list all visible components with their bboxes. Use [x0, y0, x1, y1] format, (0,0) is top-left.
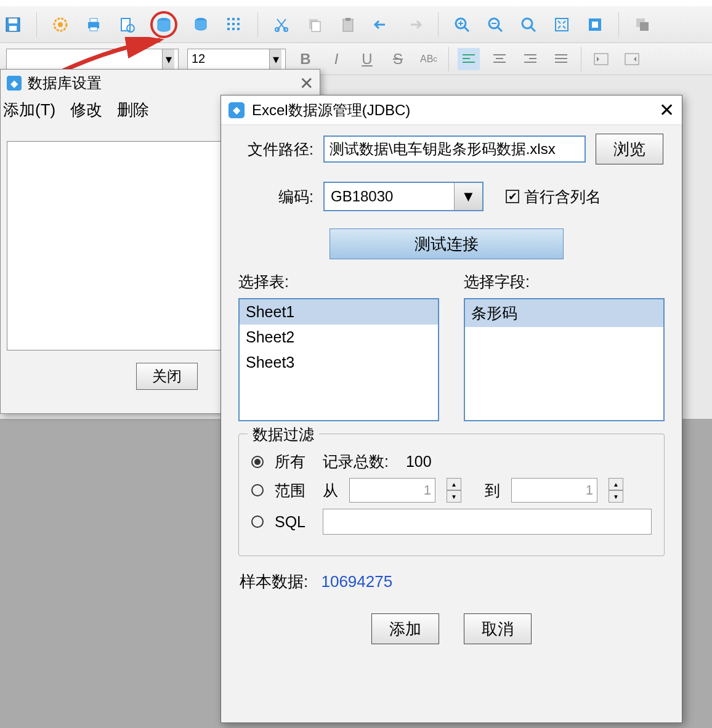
svg-rect-16: [232, 23, 235, 25]
chevron-down-icon[interactable]: ▾: [162, 49, 174, 69]
range-from-input[interactable]: [349, 478, 435, 503]
list-item[interactable]: 条形码: [465, 299, 663, 327]
redo-icon[interactable]: [405, 15, 424, 34]
close-icon[interactable]: ✕: [299, 73, 314, 94]
tables-listbox[interactable]: Sheet1 Sheet2 Sheet3: [238, 298, 439, 421]
indent-right-icon[interactable]: [621, 48, 643, 70]
print-icon[interactable]: [84, 15, 103, 34]
paste-icon[interactable]: [338, 15, 358, 34]
grid-icon[interactable]: [224, 15, 244, 34]
font-size-combo[interactable]: 12▾: [187, 49, 286, 70]
svg-rect-12: [227, 18, 230, 20]
range-to-input[interactable]: [511, 478, 597, 503]
spinner[interactable]: ▲▼: [447, 478, 461, 503]
close-icon[interactable]: ✕: [659, 99, 674, 121]
delete-menu-item[interactable]: 删除: [117, 99, 149, 121]
save-icon[interactable]: [3, 15, 23, 34]
superscript-icon[interactable]: ABc: [418, 48, 440, 70]
underline-icon[interactable]: U: [356, 48, 378, 70]
svg-point-34: [522, 18, 532, 28]
svg-point-4: [58, 22, 63, 27]
svg-rect-7: [90, 27, 97, 31]
cut-icon[interactable]: [272, 15, 291, 34]
svg-rect-38: [592, 22, 598, 28]
svg-rect-13: [232, 18, 235, 20]
sample-data-label: 样本数据:: [240, 572, 308, 591]
main-toolbar: [0, 6, 712, 43]
gear-icon[interactable]: [51, 15, 70, 34]
svg-rect-40: [640, 22, 649, 31]
zoom-in-icon[interactable]: [452, 15, 472, 34]
svg-rect-26: [346, 18, 350, 21]
fit-icon[interactable]: [552, 15, 572, 34]
svg-line-32: [498, 27, 502, 31]
cancel-button[interactable]: 取消: [464, 613, 532, 644]
database-icon[interactable]: [150, 11, 177, 38]
undo-icon[interactable]: [371, 15, 391, 34]
layers-icon[interactable]: [633, 15, 652, 34]
fieldset-legend: 数据过滤: [248, 424, 319, 445]
preview-icon[interactable]: [117, 15, 137, 34]
filter-sql-radio[interactable]: [251, 516, 264, 528]
align-right-icon[interactable]: [519, 48, 541, 70]
zoom-icon[interactable]: [519, 15, 538, 34]
spinner[interactable]: ▲▼: [609, 478, 623, 503]
file-path-label: 文件路径:: [240, 139, 314, 160]
browse-button[interactable]: 浏览: [596, 134, 663, 164]
dialog-title: 数据库设置: [28, 73, 102, 93]
copy-icon[interactable]: [305, 15, 325, 34]
file-path-input[interactable]: [323, 135, 586, 163]
menu-bar: [0, 0, 712, 6]
fields-listbox[interactable]: 条形码: [464, 298, 665, 421]
filter-range-radio[interactable]: [251, 484, 264, 496]
sql-input[interactable]: [323, 509, 652, 535]
svg-rect-17: [237, 23, 240, 25]
encoding-value: GB18030: [325, 188, 454, 205]
record-count-value: 100: [406, 453, 432, 471]
sample-data-value: 10694275: [321, 572, 392, 591]
svg-rect-1: [9, 18, 17, 23]
svg-rect-6: [90, 18, 97, 22]
add-menu-item[interactable]: 添加(T): [3, 99, 55, 121]
list-item[interactable]: Sheet3: [240, 350, 438, 375]
zoom-out-icon[interactable]: [485, 15, 505, 34]
align-center-icon[interactable]: [488, 48, 511, 70]
close-button[interactable]: 关闭: [136, 363, 198, 390]
filter-all-radio[interactable]: [251, 456, 264, 468]
app-icon: ◆: [7, 76, 22, 91]
database-alt-icon[interactable]: [191, 15, 211, 34]
encoding-combo[interactable]: GB18030 ▼: [323, 182, 483, 211]
list-item[interactable]: Sheet1: [240, 299, 438, 325]
bold-icon[interactable]: B: [294, 48, 317, 70]
first-row-header-checkbox[interactable]: ✔ 首行含列名: [506, 187, 601, 207]
svg-rect-19: [232, 28, 235, 30]
test-connection-button[interactable]: 测试连接: [330, 229, 564, 259]
select-table-label: 选择表:: [238, 272, 439, 292]
align-justify-icon[interactable]: [550, 48, 572, 70]
svg-rect-2: [9, 26, 17, 31]
svg-rect-18: [227, 28, 230, 30]
excel-datasource-dialog: ◆ Excel数据源管理(JDBC) ✕ 文件路径: 浏览 编码: GB1803…: [220, 95, 682, 723]
svg-line-35: [531, 27, 535, 31]
dialog-title: Excel数据源管理(JDBC): [252, 100, 410, 120]
chevron-down-icon[interactable]: ▾: [269, 49, 281, 69]
align-left-icon[interactable]: [458, 48, 480, 70]
svg-rect-54: [625, 54, 639, 65]
svg-rect-24: [312, 22, 320, 31]
select-field-label: 选择字段:: [464, 272, 665, 292]
font-family-combo[interactable]: ▾: [6, 49, 179, 70]
svg-rect-53: [594, 54, 608, 65]
svg-line-28: [464, 27, 469, 31]
svg-rect-14: [237, 18, 240, 20]
svg-rect-20: [237, 28, 240, 30]
chevron-down-icon[interactable]: ▼: [454, 183, 482, 210]
data-filter-fieldset: 数据过滤 所有 记录总数: 100 范围 从 ▲▼ 到 ▲▼ SQL: [238, 434, 665, 556]
indent-left-icon[interactable]: [590, 48, 612, 70]
fullscreen-icon[interactable]: [585, 15, 605, 34]
strikethrough-icon[interactable]: S: [387, 48, 409, 70]
add-button[interactable]: 添加: [371, 613, 439, 644]
italic-icon[interactable]: I: [325, 48, 347, 70]
edit-menu-item[interactable]: 修改: [70, 99, 102, 121]
app-icon: ◆: [229, 102, 245, 118]
list-item[interactable]: Sheet2: [240, 325, 438, 350]
